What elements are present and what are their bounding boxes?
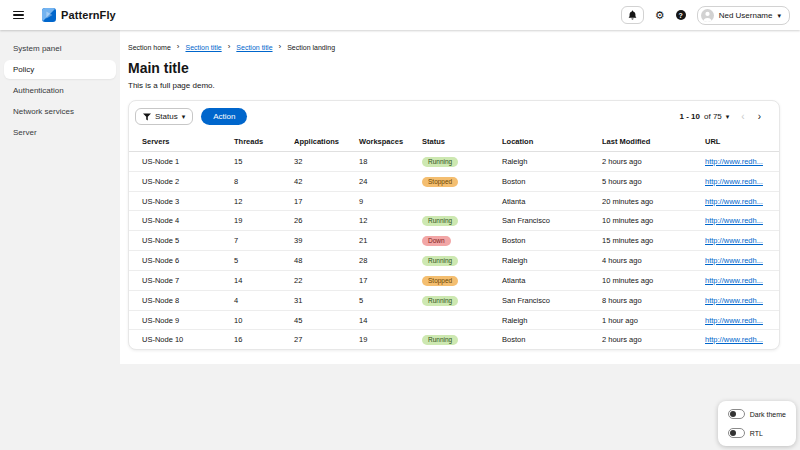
cell: 2 hours ago <box>596 330 699 350</box>
url-link[interactable]: http://www.redh... <box>705 335 763 344</box>
column-header-servers: Servers <box>129 132 228 152</box>
pagination-menu-toggle[interactable]: 1 - 10 of 75 ▾ <box>676 110 734 123</box>
status-filter-label: Status <box>155 112 178 121</box>
pagination-prev-button[interactable]: ‹ <box>736 110 749 124</box>
cell: US-Node 7 <box>129 271 228 291</box>
breadcrumb-item[interactable]: Section title <box>236 44 272 51</box>
cell: 5 <box>353 291 416 311</box>
url-link[interactable]: http://www.redh... <box>705 216 763 225</box>
table-row: US-Node 10162719RunningBoston2 hours ago… <box>129 330 779 350</box>
cell: 31 <box>288 291 353 311</box>
url-link[interactable]: http://www.redh... <box>705 177 763 186</box>
cell: 14 <box>228 271 288 291</box>
pagination: 1 - 10 of 75 ▾ ‹ › <box>676 110 766 124</box>
toggle-label: RTL <box>750 430 763 437</box>
cell: Atlanta <box>496 192 596 211</box>
pagination-total: of 75 <box>704 112 722 121</box>
url-cell: http://www.redh... <box>699 330 779 350</box>
page-title: Main title <box>128 60 800 76</box>
cell: US-Node 6 <box>129 251 228 271</box>
sidebar-item-network-services[interactable]: Network services <box>4 102 116 121</box>
breadcrumb-item[interactable]: Section title <box>185 44 221 51</box>
url-link[interactable]: http://www.redh... <box>705 276 763 285</box>
cell: US-Node 8 <box>129 291 228 311</box>
cell: 19 <box>228 211 288 231</box>
cell: San Francisco <box>496 291 596 311</box>
cell: 10 minutes ago <box>596 211 699 231</box>
cell: 22 <box>288 271 353 291</box>
status-cell: Stopped <box>416 172 496 192</box>
switch-control[interactable] <box>728 428 745 438</box>
username: Ned Username <box>719 11 773 20</box>
cell: 14 <box>353 311 416 330</box>
column-header-workspaces: Workspaces <box>353 132 416 152</box>
masthead: PatternFly ⚙ ? Ned Username ▾ <box>0 0 800 30</box>
cell: US-Node 3 <box>129 192 228 211</box>
url-cell: http://www.redh... <box>699 271 779 291</box>
switch-control[interactable] <box>728 409 745 419</box>
status-cell <box>416 192 496 211</box>
settings-button[interactable]: ⚙ <box>655 10 665 21</box>
action-button[interactable]: Action <box>201 108 247 125</box>
cell: 15 minutes ago <box>596 231 699 251</box>
toggle-dark-theme[interactable]: Dark theme <box>728 409 786 419</box>
column-header-location: Location <box>496 132 596 152</box>
status-cell: Down <box>416 231 496 251</box>
status-filter-dropdown[interactable]: Status ▾ <box>135 108 193 125</box>
sidebar-item-system-panel[interactable]: System panel <box>4 39 116 58</box>
status-badge: Stopped <box>422 177 458 187</box>
column-header-threads: Threads <box>228 132 288 152</box>
cell: 28 <box>353 251 416 271</box>
pagination-range: 1 - 10 <box>680 112 700 121</box>
sidebar-item-authentication[interactable]: Authentication <box>4 81 116 100</box>
cell: 45 <box>288 311 353 330</box>
help-button[interactable]: ? <box>676 10 686 20</box>
status-badge: Stopped <box>422 276 458 286</box>
patternfly-logo-icon <box>42 8 56 22</box>
status-badge: Running <box>422 296 458 306</box>
table-header-row: ServersThreadsApplicationsWorkspacesStat… <box>129 132 779 152</box>
column-header-url: URL <box>699 132 779 152</box>
url-link[interactable]: http://www.redh... <box>705 157 763 166</box>
breadcrumb-separator-icon: › <box>177 43 180 51</box>
avatar <box>701 9 714 22</box>
table-body: US-Node 1153218RunningRaleigh2 hours ago… <box>129 152 779 350</box>
cell: 5 <box>228 251 288 271</box>
table-row: US-Node 654828RunningRaleigh4 hours agoh… <box>129 251 779 271</box>
url-link[interactable]: http://www.redh... <box>705 256 763 265</box>
cell: 4 hours ago <box>596 251 699 271</box>
user-menu[interactable]: Ned Username ▾ <box>697 6 790 25</box>
sidebar-nav: System panelPolicyAuthenticationNetwork … <box>0 30 120 450</box>
cell: 48 <box>288 251 353 271</box>
status-badge: Down <box>422 236 451 246</box>
pagination-next-button[interactable]: › <box>753 110 766 124</box>
cell: 39 <box>288 231 353 251</box>
help-icon: ? <box>676 10 686 20</box>
cell: US-Node 4 <box>129 211 228 231</box>
status-badge: Running <box>422 157 458 167</box>
cell: 42 <box>288 172 353 192</box>
cell: Raleigh <box>496 251 596 271</box>
url-link[interactable]: http://www.redh... <box>705 197 763 206</box>
url-link[interactable]: http://www.redh... <box>705 296 763 305</box>
cell: Boston <box>496 172 596 192</box>
status-cell: Running <box>416 330 496 350</box>
sidebar-item-policy[interactable]: Policy <box>4 60 116 79</box>
toggle-rtl[interactable]: RTL <box>728 428 786 438</box>
breadcrumb: Section home›Section title›Section title… <box>120 30 800 51</box>
sidebar-item-server[interactable]: Server <box>4 123 116 142</box>
toggle-label: Dark theme <box>750 411 786 418</box>
url-link[interactable]: http://www.redh... <box>705 316 763 325</box>
notifications-button[interactable] <box>621 6 644 24</box>
status-badge: Running <box>422 256 458 266</box>
table-row: US-Node 9104514Raleigh1 hour agohttp://w… <box>129 311 779 330</box>
url-link[interactable]: http://www.redh... <box>705 236 763 245</box>
brand: PatternFly <box>42 8 116 22</box>
status-cell: Stopped <box>416 271 496 291</box>
cell: 12 <box>228 192 288 211</box>
cell: 18 <box>353 152 416 172</box>
hamburger-menu-icon[interactable] <box>10 8 27 23</box>
gear-icon: ⚙ <box>655 10 665 21</box>
cell: Raleigh <box>496 152 596 172</box>
column-header-applications: Applications <box>288 132 353 152</box>
